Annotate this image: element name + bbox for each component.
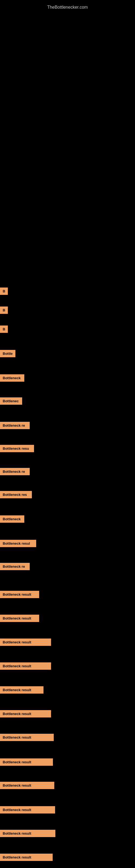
bottleneck-result-label: Bottleneck bbox=[0, 374, 24, 382]
bottleneck-result-label: Bottleneck re bbox=[0, 468, 30, 475]
bottleneck-result-label: Bottleneck result bbox=[0, 710, 51, 717]
bottleneck-result-label: Bottleneck resul bbox=[0, 540, 36, 547]
bottleneck-result-label: Bottleneck result bbox=[0, 854, 53, 861]
bottleneck-result-label: Bottlenec bbox=[0, 397, 22, 405]
bottleneck-result-label: B bbox=[0, 326, 8, 333]
bottleneck-result-label: Bottleneck result bbox=[0, 830, 55, 837]
bottleneck-result-label: Bottleneck re bbox=[0, 422, 30, 429]
bottleneck-result-label: Bottleneck result bbox=[0, 734, 54, 741]
bottleneck-result-label: Bottleneck result bbox=[0, 758, 53, 766]
bottleneck-result-label: Bottleneck result bbox=[0, 686, 43, 693]
bottleneck-result-label: Bottleneck result bbox=[0, 662, 51, 670]
bottleneck-result-label: Bottleneck result bbox=[0, 806, 55, 813]
bottleneck-result-label: B bbox=[0, 307, 8, 314]
bottleneck-result-label: Bottleneck re bbox=[0, 563, 30, 570]
bottleneck-result-label: Bottleneck bbox=[0, 516, 24, 523]
bottleneck-result-label: Bottleneck result bbox=[0, 591, 39, 598]
bottleneck-result-label: B bbox=[0, 287, 8, 295]
bottleneck-result-label: Bottleneck result bbox=[0, 639, 51, 646]
bottleneck-result-label: Bottleneck result bbox=[0, 782, 54, 789]
bottleneck-result-label: Bottle bbox=[0, 350, 15, 357]
bottleneck-result-label: Bottleneck res bbox=[0, 491, 32, 498]
bottleneck-result-label: Bottleneck resu bbox=[0, 445, 34, 452]
bottleneck-result-label: Bottleneck result bbox=[0, 615, 39, 622]
site-title: TheBottlenecker.com bbox=[0, 2, 135, 12]
